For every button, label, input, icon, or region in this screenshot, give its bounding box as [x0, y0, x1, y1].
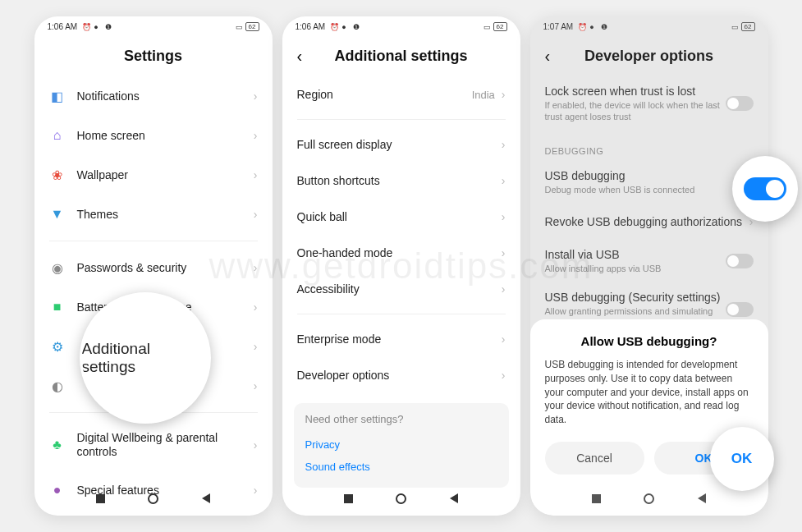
row-install-usb[interactable]: Install via USBAllow installing apps via…	[545, 240, 754, 282]
tutorial-container: 1:06 AM ⏰●❶ ▭62 Settings ◧Notifications›…	[18, 0, 785, 532]
modal-title: Allow USB debugging?	[545, 334, 754, 348]
phone-settings: 1:06 AM ⏰●❶ ▭62 Settings ◧Notifications›…	[34, 16, 273, 516]
nav-recent[interactable]	[95, 493, 107, 504]
signal-icon: ▭	[731, 23, 738, 30]
row-enterprise[interactable]: Enterprise mode›	[297, 321, 506, 357]
chevron-right-icon: ›	[254, 208, 258, 221]
divider	[49, 241, 258, 241]
chevron-right-icon: ›	[254, 300, 258, 314]
gear-icon: ⚙	[49, 338, 66, 355]
chevron-right-icon: ›	[254, 129, 258, 142]
header: ‹ Developer options	[530, 36, 768, 76]
page-title: Settings	[49, 48, 258, 65]
footer-box: Need other settings? Privacy Sound effec…	[294, 403, 509, 488]
dnd-icon: ●	[94, 23, 100, 30]
toggle-install-usb[interactable]	[726, 254, 754, 268]
link-privacy[interactable]: Privacy	[305, 433, 497, 456]
chevron-right-icon: ›	[502, 88, 506, 101]
alarm-icon: ⏰	[578, 23, 584, 30]
wallpaper-icon: ❀	[49, 167, 66, 183]
nav-home[interactable]	[148, 493, 159, 504]
status-time: 1:06 AM	[48, 22, 78, 31]
apps-icon: ◐	[49, 378, 66, 394]
row-wellbeing[interactable]: ♣Digital Wellbeing & parental controls›	[49, 420, 258, 470]
nav-recent[interactable]	[591, 493, 603, 504]
nav-bar	[34, 488, 273, 509]
themes-icon: ▼	[49, 206, 66, 222]
nav-bar	[282, 488, 520, 509]
info-icon: ❶	[601, 23, 607, 30]
row-quickball[interactable]: Quick ball›	[297, 199, 506, 235]
alarm-icon: ⏰	[82, 23, 89, 30]
chevron-right-icon: ›	[502, 332, 506, 346]
notif-icon: ◧	[49, 88, 66, 104]
nav-back[interactable]	[696, 493, 708, 504]
cancel-button[interactable]: Cancel	[545, 442, 644, 475]
lock-icon: ◉	[49, 259, 66, 276]
chevron-right-icon: ›	[502, 174, 506, 187]
nav-home[interactable]	[644, 493, 655, 504]
chevron-right-icon: ›	[254, 261, 258, 274]
signal-icon: ▭	[236, 23, 242, 30]
magnifier-additional-settings: Additional settings	[80, 292, 211, 424]
region-value: India	[472, 89, 495, 101]
phone-additional-settings: 1:06 AM ⏰●❶ ▭62 ‹ Additional settings Re…	[282, 16, 520, 516]
info-icon: ❶	[105, 23, 112, 30]
nav-back[interactable]	[200, 493, 212, 504]
dnd-icon: ●	[589, 23, 596, 30]
row-developer-options[interactable]: Developer options›	[297, 357, 506, 393]
chevron-right-icon: ›	[502, 369, 506, 382]
nav-recent[interactable]	[343, 493, 355, 504]
alarm-icon: ⏰	[330, 23, 337, 30]
dev-options-list: Lock screen when trust is lostIf enabled…	[530, 76, 768, 337]
toggle-lock-trust[interactable]	[726, 96, 754, 111]
header: ‹ Additional settings	[282, 36, 520, 76]
back-button[interactable]: ‹	[545, 47, 551, 66]
home-icon: ⌂	[49, 127, 66, 144]
status-time: 1:07 AM	[543, 22, 574, 31]
nav-home[interactable]	[396, 493, 407, 504]
row-region[interactable]: RegionIndia›	[297, 76, 506, 112]
chevron-right-icon: ›	[254, 168, 258, 181]
row-themes[interactable]: ▼Themes›	[49, 195, 258, 234]
info-icon: ❶	[353, 23, 360, 30]
usb-debugging-toggle-on[interactable]	[744, 177, 786, 200]
row-onehanded[interactable]: One-handed mode›	[297, 235, 506, 271]
row-home-screen[interactable]: ⌂Home screen›	[49, 116, 258, 155]
wellbeing-icon: ♣	[49, 437, 66, 453]
status-time: 1:06 AM	[296, 22, 326, 31]
chevron-right-icon: ›	[254, 89, 258, 103]
nav-back[interactable]	[448, 493, 460, 504]
chevron-right-icon: ›	[254, 379, 258, 392]
battery-icon: 62	[493, 22, 507, 31]
chevron-right-icon: ›	[502, 210, 506, 223]
chevron-right-icon: ›	[502, 282, 506, 296]
row-wallpaper[interactable]: ❀Wallpaper›	[49, 155, 258, 195]
row-lock-trust[interactable]: Lock screen when trust is lostIf enabled…	[545, 76, 754, 131]
additional-settings-list: RegionIndia› Full screen display› Button…	[282, 76, 520, 393]
footer-question: Need other settings?	[305, 413, 497, 425]
status-bar: 1:06 AM ⏰●❶ ▭62	[282, 16, 520, 36]
chevron-right-icon: ›	[254, 340, 258, 353]
chevron-right-icon: ›	[502, 246, 506, 259]
page-title: Developer options	[545, 48, 754, 65]
divider	[297, 314, 506, 314]
page-title: Additional settings	[297, 48, 506, 65]
back-button[interactable]: ‹	[297, 47, 303, 66]
row-fullscreen[interactable]: Full screen display›	[297, 126, 506, 163]
divider	[297, 119, 506, 120]
row-revoke-auth[interactable]: Revoke USB debugging authorizations›	[545, 204, 754, 240]
modal-body: USB debugging is intended for developmen…	[545, 358, 754, 427]
nav-bar	[530, 488, 768, 509]
row-button-shortcuts[interactable]: Button shortcuts›	[297, 163, 506, 199]
link-sound-effects[interactable]: Sound effects	[305, 456, 497, 478]
row-notifications[interactable]: ◧Notifications›	[49, 76, 258, 116]
row-passwords[interactable]: ◉Passwords & security›	[49, 248, 258, 287]
row-accessibility[interactable]: Accessibility›	[297, 271, 506, 307]
row-usb-debugging[interactable]: USB debuggingDebug mode when USB is conn…	[545, 161, 754, 204]
status-bar: 1:07 AM ⏰●❶ ▭62	[530, 16, 768, 36]
toggle-usb-security[interactable]	[726, 302, 754, 317]
battery-icon: 62	[245, 22, 259, 31]
signal-icon: ▭	[483, 23, 490, 30]
chevron-right-icon: ›	[254, 438, 258, 452]
